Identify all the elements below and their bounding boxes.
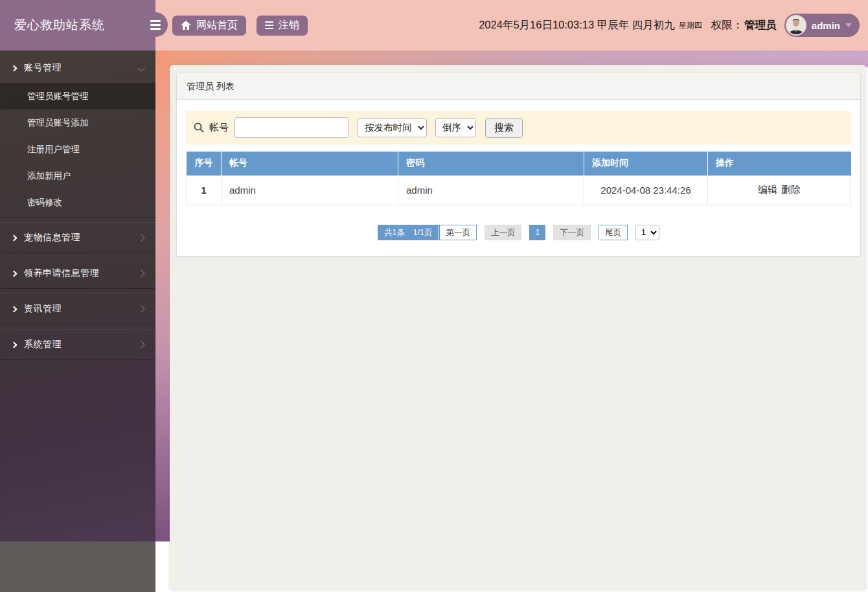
cell-index: 1: [187, 176, 222, 205]
app-logo: 爱心救助站系统: [0, 0, 155, 51]
home-icon: [181, 21, 191, 30]
cell-added-time: 2024-04-08 23:44:26: [584, 176, 708, 205]
chevron-right-icon: [137, 269, 144, 277]
content-area: 管理员 列表 帐号 按发布时间 倒序 搜索 序号 帐号: [170, 65, 866, 591]
sidebar-group-label: 领养申请信息管理: [24, 268, 99, 279]
page-select[interactable]: 1: [635, 225, 659, 240]
user-menu[interactable]: admin: [784, 14, 860, 37]
pagination: 共1条 1/1页 第一页 上一页 1 下一页 尾页 1: [186, 225, 851, 240]
chevron-right-icon: [11, 306, 17, 312]
avatar: [786, 15, 806, 36]
current-page-indicator: 1: [529, 225, 545, 240]
sidebar-group-system: 系统管理: [0, 329, 155, 360]
username-text: admin: [812, 20, 840, 31]
prev-page-button[interactable]: 上一页: [485, 225, 522, 240]
topbar-right: 2024年5月16日10:03:13 甲辰年 四月初九 星期四 权限： 管理员 …: [479, 0, 860, 51]
logout-button[interactable]: 注销: [257, 16, 308, 36]
sidebar-group-label: 资讯管理: [24, 303, 62, 315]
sidebar-group-header-account[interactable]: 账号管理: [0, 53, 155, 83]
delete-link[interactable]: 删除: [781, 184, 801, 195]
chevron-right-icon: [11, 270, 17, 277]
admin-table: 序号 帐号 密码 添加时间 操作 1 admin admin 2024-04-0…: [186, 152, 851, 205]
sidebar-group-header-pet-info[interactable]: 宠物信息管理: [0, 223, 155, 253]
sort-field-select[interactable]: 按发布时间: [358, 118, 427, 137]
sidebar-group-header-system[interactable]: 系统管理: [0, 330, 155, 359]
search-bar: 帐号 按发布时间 倒序 搜索: [186, 111, 851, 144]
home-button[interactable]: 网站首页: [172, 16, 246, 36]
sidebar-item-admin-account-add[interactable]: 管理员账号添加: [0, 109, 155, 136]
topbar: 网站首页 注销 2024年5月16日10:03:13 甲辰年 四月初九 星期四 …: [155, 0, 868, 51]
chevron-right-icon: [11, 341, 17, 348]
app-title: 爱心救助站系统: [0, 17, 105, 34]
sidebar-group-account: 账号管理 管理员账号管理 管理员账号添加 注册用户管理 添加新用户 密码修改: [0, 53, 155, 218]
sidebar-group-header-adoption[interactable]: 领养申请信息管理: [0, 258, 155, 288]
cell-password: admin: [398, 176, 584, 205]
cell-account: admin: [222, 176, 398, 205]
cell-actions: 编辑删除: [708, 176, 851, 205]
admin-list-panel: 管理员 列表 帐号 按发布时间 倒序 搜索 序号 帐号: [176, 73, 861, 256]
sidebar-item-change-password[interactable]: 密码修改: [0, 189, 155, 216]
column-header-actions: 操作: [708, 152, 851, 176]
sidebar-group-label: 系统管理: [24, 339, 62, 350]
last-page-button[interactable]: 尾页: [599, 225, 628, 240]
chevron-right-icon: [11, 65, 17, 71]
search-icon: [194, 122, 204, 133]
panel-body: 帐号 按发布时间 倒序 搜索 序号 帐号 密码 添加时间: [177, 100, 860, 256]
sidebar-group-label: 宠物信息管理: [24, 232, 80, 244]
first-page-button[interactable]: 第一页: [439, 225, 477, 240]
pagination-summary-group: 共1条 1/1页 第一页: [378, 225, 477, 240]
column-header-added-time: 添加时间: [584, 152, 708, 176]
caret-down-icon: [845, 23, 852, 27]
next-page-button[interactable]: 下一页: [553, 225, 591, 240]
account-search-input[interactable]: [234, 117, 349, 138]
sidebar-menu: 账号管理 管理员账号管理 管理员账号添加 注册用户管理 添加新用户 密码修改 宠…: [0, 0, 155, 360]
table-row: 1 admin admin 2024-04-08 23:44:26 编辑删除: [187, 176, 851, 205]
chevron-right-icon: [137, 234, 144, 241]
sort-order-select[interactable]: 倒序: [435, 118, 476, 137]
sidebar-toggle-button[interactable]: [143, 12, 168, 37]
background-gradient-strip: [155, 51, 170, 541]
sidebar-group-news: 资讯管理: [0, 293, 155, 324]
sidebar-group-header-news[interactable]: 资讯管理: [0, 294, 155, 324]
edit-link[interactable]: 编辑: [758, 184, 777, 195]
sidebar-group-label: 账号管理: [24, 62, 62, 74]
home-button-label: 网站首页: [196, 19, 238, 32]
list-icon: [265, 21, 273, 30]
datetime-text: 2024年5月16日10:03:13 甲辰年 四月初九: [479, 18, 675, 32]
logout-button-label: 注销: [279, 19, 299, 32]
sidebar: 账号管理 管理员账号管理 管理员账号添加 注册用户管理 添加新用户 密码修改 宠…: [0, 0, 155, 592]
sidebar-group-pet-info: 宠物信息管理: [0, 222, 155, 253]
search-field-label: 帐号: [209, 122, 229, 134]
chevron-right-icon: [137, 305, 144, 312]
sidebar-submenu-account: 管理员账号管理 管理员账号添加 注册用户管理 添加新用户 密码修改: [0, 83, 155, 217]
chevron-right-icon: [11, 234, 17, 241]
sidebar-item-registered-user-manage[interactable]: 注册用户管理: [0, 136, 155, 163]
permission-label: 权限：: [711, 18, 744, 32]
table-header-row: 序号 帐号 密码 添加时间 操作: [187, 152, 851, 176]
chevron-down-icon: [137, 64, 144, 71]
chevron-right-icon: [137, 341, 144, 348]
sidebar-item-add-new-user[interactable]: 添加新用户: [0, 163, 155, 189]
permission-value: 管理员: [744, 18, 777, 32]
weekday-text: 星期四: [679, 20, 702, 31]
column-header-account: 帐号: [222, 152, 398, 176]
pagination-summary: 共1条 1/1页: [378, 225, 439, 240]
column-header-index: 序号: [187, 152, 222, 176]
search-button[interactable]: 搜索: [485, 118, 523, 138]
column-header-password: 密码: [398, 152, 584, 176]
sidebar-group-adoption: 领养申请信息管理: [0, 258, 155, 289]
panel-title: 管理员 列表: [177, 73, 860, 100]
sidebar-item-admin-account-manage[interactable]: 管理员账号管理: [0, 83, 155, 109]
